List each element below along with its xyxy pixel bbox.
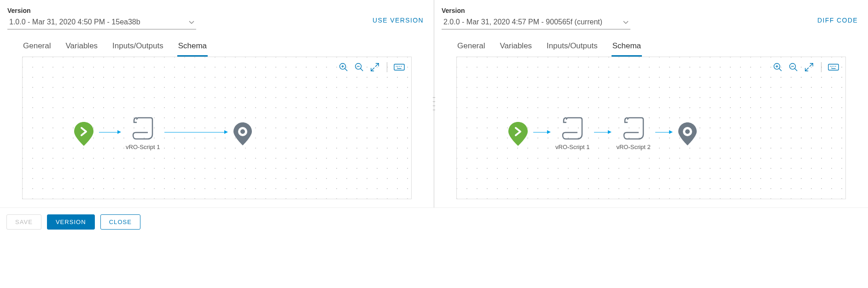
left-schema-canvas[interactable]: vRO-Script 1 — [22, 57, 412, 199]
close-button[interactable]: CLOSE — [100, 214, 140, 230]
svg-line-7 — [375, 63, 379, 67]
svg-line-5 — [361, 69, 363, 71]
use-version-button[interactable]: USE VERSION — [370, 17, 426, 29]
script-node[interactable]: vRO-Script 1 — [126, 117, 160, 150]
version-label: Version — [7, 7, 370, 14]
left-header: Version 1.0.0 - Mar 31, 2020 4:50 PM - 1… — [0, 0, 434, 29]
tab-variables[interactable]: Variables — [499, 39, 533, 57]
drag-handle-icon — [433, 96, 435, 112]
left-version-block: Version 1.0.0 - Mar 31, 2020 4:50 PM - 1… — [7, 7, 370, 29]
version-label: Version — [442, 7, 815, 14]
zoom-out-icon[interactable] — [788, 62, 799, 73]
save-button: SAVE — [6, 214, 41, 230]
left-canvas-wrap: vRO-Script 1 — [0, 57, 434, 207]
right-version-select[interactable]: 2.0.0 - Mar 31, 2020 4:57 PM - 900565f (… — [442, 15, 630, 29]
tab-inputs-outputs[interactable]: Inputs/Outputs — [111, 39, 164, 57]
start-node[interactable] — [73, 121, 94, 147]
script-node-label: vRO-Script 2 — [616, 144, 650, 150]
start-node[interactable] — [507, 121, 529, 147]
svg-point-16 — [240, 129, 245, 134]
chevron-down-icon — [189, 18, 194, 26]
flow-arrow — [655, 121, 673, 144]
svg-point-33 — [685, 129, 690, 134]
flow-arrow — [99, 121, 121, 144]
script-node[interactable]: vRO-Script 1 — [555, 117, 589, 150]
right-pane: Version 2.0.0 - Mar 31, 2020 4:57 PM - 9… — [434, 0, 868, 207]
left-tabs: General Variables Inputs/Outputs Schema — [0, 29, 434, 57]
tab-variables[interactable]: Variables — [64, 39, 99, 57]
left-pane: Version 1.0.0 - Mar 31, 2020 4:50 PM - 1… — [0, 0, 434, 207]
chevron-down-icon — [623, 18, 629, 26]
canvas-toolbar — [772, 62, 839, 73]
tab-general[interactable]: General — [456, 39, 486, 57]
right-schema-canvas[interactable]: vRO-Script 1 vRO-Script 2 — [456, 57, 846, 199]
keyboard-icon[interactable] — [394, 62, 405, 73]
right-header: Version 2.0.0 - Mar 31, 2020 4:57 PM - 9… — [434, 0, 868, 29]
canvas-toolbar — [338, 62, 405, 73]
svg-line-22 — [795, 69, 798, 71]
keyboard-icon[interactable] — [828, 62, 839, 73]
tab-inputs-outputs[interactable]: Inputs/Outputs — [546, 39, 599, 57]
svg-line-1 — [345, 69, 348, 71]
footer-bar: SAVE VERSION CLOSE — [0, 207, 868, 236]
fit-screen-icon[interactable] — [804, 62, 815, 73]
fit-screen-icon[interactable] — [369, 62, 380, 73]
zoom-out-icon[interactable] — [354, 62, 365, 73]
flow-arrow — [533, 121, 551, 144]
compare-container: Version 1.0.0 - Mar 31, 2020 4:50 PM - 1… — [0, 0, 868, 207]
right-schema-flow: vRO-Script 1 vRO-Script 2 — [507, 117, 698, 150]
svg-line-24 — [810, 63, 813, 67]
flow-arrow — [594, 121, 612, 144]
toolbar-separator — [821, 62, 821, 72]
svg-rect-9 — [394, 64, 404, 70]
flow-arrow — [164, 121, 228, 144]
end-node[interactable] — [233, 121, 253, 146]
version-button[interactable]: VERSION — [47, 214, 95, 230]
left-schema-flow: vRO-Script 1 — [73, 117, 253, 150]
script-node-label: vRO-Script 1 — [126, 144, 160, 150]
left-version-select[interactable]: 1.0.0 - Mar 31, 2020 4:50 PM - 15ea38b — [7, 15, 196, 29]
toolbar-separator — [387, 62, 387, 72]
tab-general[interactable]: General — [22, 39, 52, 57]
svg-line-18 — [779, 69, 782, 71]
svg-line-25 — [805, 68, 809, 71]
script-node[interactable]: vRO-Script 2 — [616, 117, 650, 150]
version-value: 1.0.0 - Mar 31, 2020 4:50 PM - 15ea38b — [9, 18, 140, 26]
right-tabs: General Variables Inputs/Outputs Schema — [434, 29, 868, 57]
tab-schema[interactable]: Schema — [177, 39, 208, 57]
end-node[interactable] — [677, 121, 698, 146]
right-canvas-wrap: vRO-Script 1 vRO-Script 2 — [434, 57, 868, 207]
version-value: 2.0.0 - Mar 31, 2020 4:57 PM - 900565f (… — [443, 18, 602, 26]
pane-divider[interactable] — [434, 0, 434, 207]
diff-code-button[interactable]: DIFF CODE — [815, 17, 861, 29]
script-node-label: vRO-Script 1 — [555, 144, 589, 150]
zoom-in-icon[interactable] — [338, 62, 349, 73]
svg-line-8 — [371, 68, 374, 71]
zoom-in-icon[interactable] — [772, 62, 783, 73]
svg-rect-26 — [828, 64, 839, 70]
right-version-block: Version 2.0.0 - Mar 31, 2020 4:57 PM - 9… — [442, 7, 815, 29]
tab-schema[interactable]: Schema — [612, 39, 642, 57]
